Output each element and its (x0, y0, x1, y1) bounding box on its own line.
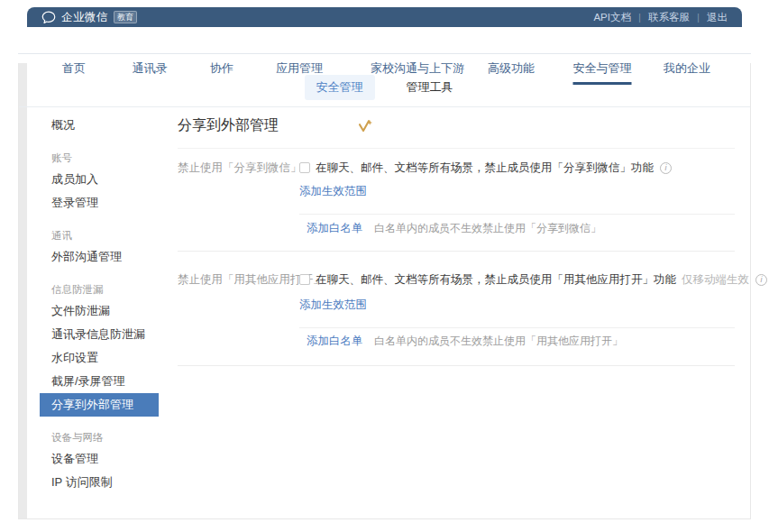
whitelist-row: 添加白名单 白名单内的成员不生效禁止使用「分享到微信」 (307, 221, 601, 235)
wecom-bubble-icon (41, 11, 56, 24)
info-icon[interactable]: i (660, 162, 672, 174)
left-gutter (19, 63, 27, 518)
section-inner-divider (299, 327, 735, 328)
subtab-bar: 安全管理 管理工具 (18, 75, 751, 99)
section-divider (178, 251, 735, 252)
divider: | (638, 12, 641, 23)
sidebar-group-dlp: 信息防泄漏 (27, 280, 165, 299)
open-with-other-apps-checkbox[interactable] (299, 274, 310, 285)
section-inner-divider (299, 214, 735, 215)
card-border-right (750, 63, 751, 518)
scope-row: 添加生效范围 (299, 184, 367, 198)
tab-management-tools[interactable]: 管理工具 (395, 75, 465, 100)
nav-divider (18, 53, 751, 54)
api-docs-link[interactable]: API文档 (593, 11, 631, 24)
sidebar-item-external-comm[interactable]: 外部沟通管理 (27, 245, 165, 269)
app-title: 企业微信 (61, 10, 108, 25)
add-whitelist-link[interactable]: 添加白名单 (307, 222, 363, 234)
primary-nav: 首页 通讯录 协作 应用管理 家校沟通与上下游 高级功能 安全与管理 我的企业 (0, 27, 769, 53)
main-content: 分享到外部管理 禁止使用「分享到微信」 在聊天、邮件、文档等所有场景，禁止成员使… (178, 106, 735, 518)
card-border-bottom (18, 518, 751, 519)
sidebar-group-communication: 通讯 (27, 225, 165, 245)
section-label-open-with-other-apps: 禁止使用「用其他应用打开」 (178, 272, 297, 287)
top-bar: 企业微信 教育 API文档 | 联系客服 | 退出 (27, 7, 742, 27)
sidebar-item-overview[interactable]: 概况 (27, 114, 165, 137)
sidebar-item-ip-restriction[interactable]: IP 访问限制 (27, 471, 165, 494)
sidebar-group-account: 账号 (27, 148, 165, 168)
title-divider (178, 148, 735, 149)
open-with-other-apps-checkbox-row: 在聊天、邮件、文档等所有场景，禁止成员使用「用其他应用打开」功能 仅移动端生效 … (299, 272, 767, 287)
sidebar-group-device-network: 设备与网络 (27, 427, 165, 447)
add-whitelist-link[interactable]: 添加白名单 (307, 335, 363, 347)
title-row: 分享到外部管理 (178, 116, 373, 135)
checkbox-label: 在聊天、邮件、文档等所有场景，禁止成员使用「分享到微信」功能 (316, 161, 654, 175)
mobile-only-note: 仅移动端生效 (682, 272, 749, 287)
whitelist-row: 添加白名单 白名单内的成员不生效禁止使用「用其他应用打开」 (307, 334, 623, 348)
checkbox-label: 在聊天、邮件、文档等所有场景，禁止成员使用「用其他应用打开」功能 (316, 272, 676, 287)
sidebar-item-share-external[interactable]: 分享到外部管理 (40, 393, 159, 417)
info-icon[interactable]: i (755, 274, 767, 286)
sidebar-item-contacts-dlp[interactable]: 通讯录信息防泄漏 (27, 323, 165, 346)
page-title: 分享到外部管理 (178, 116, 279, 135)
add-scope-link[interactable]: 添加生效范围 (299, 298, 367, 311)
scope-row: 添加生效范围 (299, 298, 367, 312)
app-logo[interactable]: 企业微信 教育 (41, 10, 137, 25)
sidebar-item-file-dlp[interactable]: 文件防泄漏 (27, 299, 165, 323)
sidebar: 概况 账号 成员加入 登录管理 通讯 外部沟通管理 信息防泄漏 文件防泄漏 通讯… (27, 114, 165, 494)
edition-badge: 教育 (114, 11, 137, 23)
section-label-share-to-wechat: 禁止使用「分享到微信」 (178, 161, 297, 175)
divider: | (697, 12, 700, 23)
page: 企业微信 教育 API文档 | 联系客服 | 退出 首页 通讯录 协作 应用管理… (0, 0, 769, 532)
contact-support-link[interactable]: 联系客服 (648, 11, 690, 24)
tab-security-management[interactable]: 安全管理 (305, 75, 375, 100)
whitelist-description: 白名单内的成员不生效禁止使用「用其他应用打开」 (374, 335, 623, 347)
section-divider (178, 365, 735, 366)
sidebar-item-device-mgmt[interactable]: 设备管理 (27, 447, 165, 471)
premium-feature-icon (358, 119, 373, 133)
topbar-links: API文档 | 联系客服 | 退出 (593, 11, 728, 24)
logout-link[interactable]: 退出 (707, 11, 728, 24)
add-scope-link[interactable]: 添加生效范围 (299, 185, 367, 197)
share-to-wechat-checkbox-row: 在聊天、邮件、文档等所有场景，禁止成员使用「分享到微信」功能 i (299, 161, 672, 175)
share-to-wechat-checkbox[interactable] (299, 162, 310, 173)
sidebar-item-member-join[interactable]: 成员加入 (27, 168, 165, 191)
sidebar-item-screenshot-mgmt[interactable]: 截屏/录屏管理 (27, 370, 165, 393)
whitelist-description: 白名单内的成员不生效禁止使用「分享到微信」 (374, 222, 601, 234)
sidebar-item-watermark[interactable]: 水印设置 (27, 346, 165, 370)
sidebar-item-login-mgmt[interactable]: 登录管理 (27, 191, 165, 215)
